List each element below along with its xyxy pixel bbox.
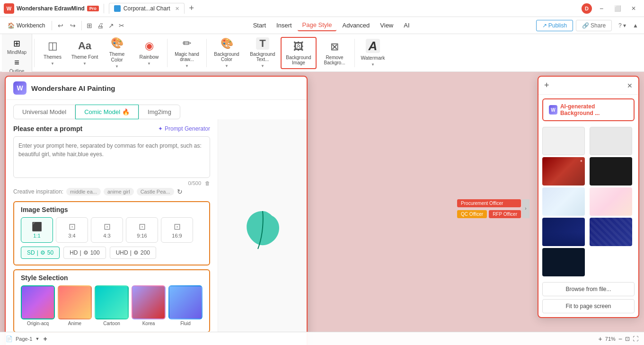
minimize-btn[interactable]: − <box>595 2 608 15</box>
bg-panel-add-icon[interactable]: + <box>544 80 549 90</box>
add-tab-btn[interactable]: + <box>187 3 196 13</box>
menu-item-insert[interactable]: Insert <box>272 20 297 31</box>
themes-tool[interactable]: ◫ Themes ▼ <box>36 37 69 69</box>
uhd-icon: ⚙ <box>133 249 139 256</box>
magic-hand-label: Magic hand draw... <box>171 52 203 62</box>
collapse-arrow-icon: › <box>525 206 526 211</box>
ratio-row: ⬛ 1:1 ⊡ 3:4 ⊡ 4:3 ⊡ 9:16 <box>14 217 209 247</box>
mindmap-btn[interactable]: ⊞ MindMap <box>4 37 29 56</box>
tab-img2img[interactable]: Img2img <box>139 105 180 119</box>
bg-thumb-pink[interactable] <box>590 187 632 216</box>
rainbow-tool[interactable]: ◉ Rainbow ▼ <box>133 37 165 69</box>
creative-tag-2[interactable]: anime girl <box>104 188 134 195</box>
theme-font-caret: ▼ <box>83 62 87 66</box>
quality-hd[interactable]: HD | ⚙ 100 <box>63 247 106 259</box>
magic-hand-tool[interactable]: ✏ Magic hand draw... ▼ <box>169 37 204 69</box>
toolbar-sep-4 <box>354 39 355 67</box>
fullscreen-btn[interactable]: ⛶ <box>633 336 638 342</box>
refresh-icon[interactable]: ↻ <box>177 188 183 195</box>
watermark-tool[interactable]: A Watermark ▼ <box>357 37 389 69</box>
app-name: Wondershare EdrawMind <box>17 5 85 12</box>
ratio-9-16-icon: ⊡ <box>139 221 146 232</box>
rainbow-icon: ◉ <box>145 40 154 52</box>
ai-panel-title: Wondershare AI Painting <box>31 84 115 92</box>
ratio-16-9[interactable]: ⊡ 16:9 <box>161 217 193 243</box>
quality-uhd[interactable]: UHD | ⚙ 200 <box>110 247 156 259</box>
style-origin-thumb <box>21 285 55 319</box>
prompt-textarea[interactable] <box>13 136 210 178</box>
redo-btn[interactable]: ↪ <box>67 20 79 31</box>
prompt-generator-btn[interactable]: ✦ Prompt Generator <box>158 125 210 132</box>
sd-sep: | <box>37 249 38 256</box>
menu-item-ai[interactable]: AI <box>399 20 414 31</box>
style-origin-acq[interactable]: Origin-acq <box>21 285 55 326</box>
maximize-btn[interactable]: ⬜ <box>611 2 624 15</box>
title-bar: W Wondershare EdrawMind Pro Corporat...a… <box>0 0 644 17</box>
bg-thumb-blank-light[interactable] <box>542 127 585 155</box>
bg-image-panel: + ✕ W AI-generated Background ... ✦ <box>538 76 639 318</box>
style-fluid[interactable]: Fluid <box>168 285 203 326</box>
theme-font-tool[interactable]: Aa Theme Font ▼ <box>69 37 101 69</box>
style-anime[interactable]: Anime <box>58 285 92 326</box>
zoom-out-btn[interactable]: − <box>618 335 622 343</box>
zoom-in-btn[interactable]: + <box>599 335 602 343</box>
ai-bg-btn[interactable]: W AI-generated Background ... <box>542 98 635 121</box>
remove-bg-tool[interactable]: ⊠ Remove Backgro... <box>317 37 353 69</box>
ratio-4-3[interactable]: ⊡ 4:3 <box>91 217 123 243</box>
theme-color-icon: 🎨 <box>111 37 124 49</box>
bg-color-tool[interactable]: 🎨 Background Color ▼ <box>209 37 245 69</box>
bg-thumb-navy-pattern[interactable] <box>590 218 632 246</box>
bg-image-tool[interactable]: 🖼 Background Image <box>281 37 317 69</box>
menu-item-view[interactable]: View <box>375 20 398 31</box>
tab-comic[interactable]: Comic Model 🔥 <box>75 105 139 119</box>
tab-universal[interactable]: Universal Model <box>13 105 75 119</box>
page-dropdown-icon[interactable]: ▼ <box>35 336 39 341</box>
active-tab[interactable]: Corporat...al Chart ✕ <box>109 3 185 14</box>
close-btn[interactable]: ✕ <box>627 2 640 15</box>
zoom-level: 71% <box>605 336 616 342</box>
help-btn[interactable]: ? ▾ <box>615 20 630 31</box>
workbench-btn[interactable]: 🏠 Workbench <box>4 20 49 31</box>
char-count: 0/500 <box>188 180 201 186</box>
preview-svg <box>239 206 286 254</box>
browse-file-btn[interactable]: Browse from file... <box>542 282 635 296</box>
bg-thumb-red[interactable]: ✦ <box>542 157 585 186</box>
tab-close[interactable]: ✕ <box>175 6 179 12</box>
bg-thumb-black[interactable] <box>590 157 632 186</box>
fit-to-page-btn[interactable]: Fit to page screen <box>542 299 635 313</box>
delete-icon[interactable]: 🗑 <box>205 180 210 186</box>
bg-panel-close-icon[interactable]: ✕ <box>627 82 633 89</box>
bg-thumb-blank-mid[interactable] <box>590 127 632 155</box>
theme-color-tool[interactable]: 🎨 Theme Color ▼ <box>101 37 133 69</box>
undo-btn[interactable]: ↩ <box>55 20 66 31</box>
bg-thumb-dark-blue[interactable] <box>542 218 585 246</box>
ratio-3-4[interactable]: ⊡ 3:4 <box>56 217 88 243</box>
menu-item-advanced[interactable]: Advanced <box>337 20 374 31</box>
bg-thumb-dark-navy[interactable] <box>542 248 585 276</box>
creative-tag-3[interactable]: Castle Pea... <box>137 188 174 195</box>
ai-btn-icon: W <box>549 105 557 115</box>
ai-form: Please enter a prompt ✦ Prompt Generator… <box>6 119 218 340</box>
quality-sd[interactable]: SD | ⚙ 50 <box>21 247 60 259</box>
style-korea[interactable]: Korea <box>132 285 166 326</box>
ratio-9-16[interactable]: ⊡ 9:16 <box>126 217 158 243</box>
bg-text-tool[interactable]: T Background Text... ▼ <box>245 37 281 69</box>
right-collapse-handle[interactable]: › <box>522 199 529 218</box>
publish-btn[interactable]: ↗ Publish <box>536 20 573 31</box>
creative-tag-1[interactable]: middle ea... <box>66 188 101 195</box>
add-page-btn[interactable]: + <box>43 335 47 343</box>
ratio-1-1[interactable]: ⬛ 1:1 <box>21 217 53 243</box>
collapse-btn[interactable]: ▲ <box>631 20 640 31</box>
bg-thumb-light-blue[interactable] <box>542 187 585 216</box>
menu-item-page-style[interactable]: Page Style <box>298 19 337 31</box>
style-cartoon[interactable]: Cartoon <box>95 285 129 326</box>
fit-screen-btn[interactable]: ⊡ <box>625 336 630 342</box>
extra-tools: ⊞ 🖨 ↗ ✂ <box>85 20 126 31</box>
bg-text-label: Background Text... <box>247 52 279 62</box>
ratio-4-3-label: 4:3 <box>103 233 110 239</box>
bg-text-icon: T <box>256 37 269 50</box>
menu-item-start[interactable]: Start <box>248 20 271 31</box>
textarea-footer: 0/500 🗑 <box>13 180 210 186</box>
bg-color-label: Background Color <box>211 52 243 62</box>
share-btn[interactable]: 🔗 Share <box>576 20 612 31</box>
